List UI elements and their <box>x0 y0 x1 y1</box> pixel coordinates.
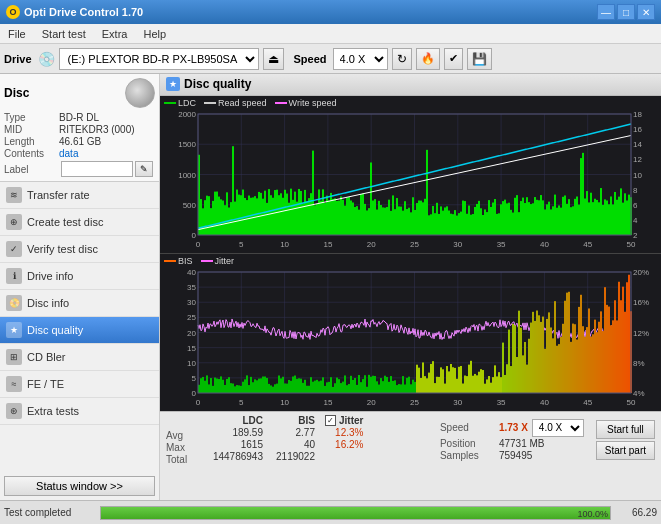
sidebar-item-transfer-rate[interactable]: ≋ Transfer rate <box>0 182 159 209</box>
disc-quality-icon: ★ <box>6 322 22 338</box>
start-part-button[interactable]: Start part <box>596 441 655 460</box>
close-button[interactable]: ✕ <box>637 4 655 20</box>
extra-tests-icon: ⊛ <box>6 403 22 419</box>
action-buttons: Start full Start part <box>596 420 655 460</box>
write-speed-legend-label: Write speed <box>289 98 337 108</box>
jitter-chart-legend-label: Jitter <box>215 256 235 266</box>
menu-help[interactable]: Help <box>139 27 170 41</box>
speed-val: 1.73 X <box>499 422 528 433</box>
stats-speed-select[interactable]: 4.0 X <box>532 419 584 437</box>
refresh-button[interactable]: ↻ <box>392 48 412 70</box>
menu-start-test[interactable]: Start test <box>38 27 90 41</box>
jitter-section: ✓ Jitter <box>325 415 363 426</box>
sidebar-item-disc-info[interactable]: 📀 Disc info <box>0 290 159 317</box>
speed-info: Speed 1.73 X 4.0 X Position 47731 MB Sam… <box>440 419 584 461</box>
disc-quality-label: Disc quality <box>27 324 83 336</box>
read-speed-legend-item: Read speed <box>204 98 267 108</box>
menu-extra[interactable]: Extra <box>98 27 132 41</box>
main-content: Disc Type BD-R DL MID RITEKDR3 (000) Len… <box>0 74 661 500</box>
window-controls: — □ ✕ <box>597 4 655 20</box>
progress-bar-container: 100.0% <box>100 506 611 520</box>
sidebar-nav: ≋ Transfer rate ⊕ Create test disc ✓ Ver… <box>0 182 159 472</box>
speed-key-label: Speed <box>440 422 495 433</box>
mid-value: RITEKDR3 (000) <box>59 124 135 135</box>
read-speed-legend-label: Read speed <box>218 98 267 108</box>
jitter-legend-item: Jitter <box>201 256 235 266</box>
total-row-label: Total <box>166 454 201 465</box>
length-value: 46.61 GB <box>59 136 101 147</box>
extra-tests-label: Extra tests <box>27 405 79 417</box>
save-button[interactable]: 💾 <box>467 48 492 70</box>
sidebar-item-fe-te[interactable]: ≈ FE / TE <box>0 371 159 398</box>
type-label: Type <box>4 112 59 123</box>
maximize-button[interactable]: □ <box>617 4 635 20</box>
cd-bler-label: CD Bler <box>27 351 66 363</box>
speed-label: Speed <box>294 53 327 65</box>
avg-ldc: 189.59 <box>232 427 263 438</box>
drive-select[interactable]: (E:) PLEXTOR BD-R PX-LB950SA 1.06 <box>59 48 259 70</box>
max-row-label: Max <box>166 442 201 453</box>
sidebar-item-disc-quality[interactable]: ★ Disc quality <box>0 317 159 344</box>
sidebar-item-cd-bler[interactable]: ⊞ CD Bler <box>0 344 159 371</box>
disc-label-input[interactable] <box>61 161 133 177</box>
read-speed-legend-color <box>204 102 216 104</box>
eject-button[interactable]: ⏏ <box>263 48 284 70</box>
position-row: Position 47731 MB <box>440 438 584 449</box>
avg-jitter: 12.3% <box>325 427 363 438</box>
chart2-container: BIS Jitter <box>160 254 661 411</box>
drive-info-icon: ℹ <box>6 268 22 284</box>
drive-icon: 💿 <box>38 51 55 67</box>
sidebar-item-extra-tests[interactable]: ⊛ Extra tests <box>0 398 159 425</box>
minimize-button[interactable]: — <box>597 4 615 20</box>
bis-legend-label: BIS <box>178 256 193 266</box>
jitter-label: Jitter <box>339 415 363 426</box>
ldc-legend-item: LDC <box>164 98 196 108</box>
max-bis: 40 <box>304 439 315 450</box>
verify-button[interactable]: ✔ <box>444 48 463 70</box>
menu-file[interactable]: File <box>4 27 30 41</box>
title-bar: O Opti Drive Control 1.70 — □ ✕ <box>0 0 661 24</box>
speed-select[interactable]: 4.0 X <box>333 48 388 70</box>
app-title: Opti Drive Control 1.70 <box>24 6 143 18</box>
status-bar: Test completed 100.0% 66.29 <box>0 500 661 524</box>
sidebar-item-create-test-disc[interactable]: ⊕ Create test disc <box>0 209 159 236</box>
stats-row1: Avg Max Total LDC 189.59 1615 144786943 … <box>166 415 655 465</box>
transfer-rate-icon: ≋ <box>6 187 22 203</box>
charts-area: LDC Read speed Write speed <box>160 96 661 411</box>
jitter-checkbox[interactable]: ✓ <box>325 415 336 426</box>
disc-info-icon: 📀 <box>6 295 22 311</box>
speed-row: Speed 1.73 X 4.0 X <box>440 419 584 437</box>
ldc-col-header: LDC <box>242 415 263 426</box>
sidebar-item-drive-info[interactable]: ℹ Drive info <box>0 263 159 290</box>
length-label: Length <box>4 136 59 147</box>
drive-label: Drive <box>4 53 32 65</box>
avg-row-label: Avg <box>166 430 201 441</box>
bis-legend-item: BIS <box>164 256 193 266</box>
avg-bis: 2.77 <box>296 427 315 438</box>
status-value: 66.29 <box>617 507 657 518</box>
disc-icon-graphic <box>125 78 155 108</box>
panel-icon: ★ <box>166 77 180 91</box>
verify-test-disc-icon: ✓ <box>6 241 22 257</box>
max-ldc: 1615 <box>241 439 263 450</box>
cd-bler-icon: ⊞ <box>6 349 22 365</box>
right-panel: ★ Disc quality LDC Read speed <box>160 74 661 500</box>
disc-title: Disc <box>4 86 29 100</box>
progress-text: 100.0% <box>577 507 608 520</box>
ldc-legend-color <box>164 102 176 104</box>
status-window-button[interactable]: Status window >> <box>4 476 155 496</box>
title-bar-left: O Opti Drive Control 1.70 <box>6 5 143 19</box>
samples-row: Samples 759495 <box>440 450 584 461</box>
label-edit-button[interactable]: ✎ <box>135 161 153 177</box>
start-full-button[interactable]: Start full <box>596 420 655 439</box>
ldc-legend-label: LDC <box>178 98 196 108</box>
burn-button[interactable]: 🔥 <box>416 48 440 70</box>
toolbar: Drive 💿 (E:) PLEXTOR BD-R PX-LB950SA 1.0… <box>0 44 661 74</box>
sidebar-item-verify-test-disc[interactable]: ✓ Verify test disc <box>0 236 159 263</box>
write-speed-legend-item: Write speed <box>275 98 337 108</box>
total-ldc: 144786943 <box>213 451 263 462</box>
chart2-legend: BIS Jitter <box>164 256 234 266</box>
fe-te-icon: ≈ <box>6 376 22 392</box>
disc-info-label: Disc info <box>27 297 69 309</box>
mid-label: MID <box>4 124 59 135</box>
